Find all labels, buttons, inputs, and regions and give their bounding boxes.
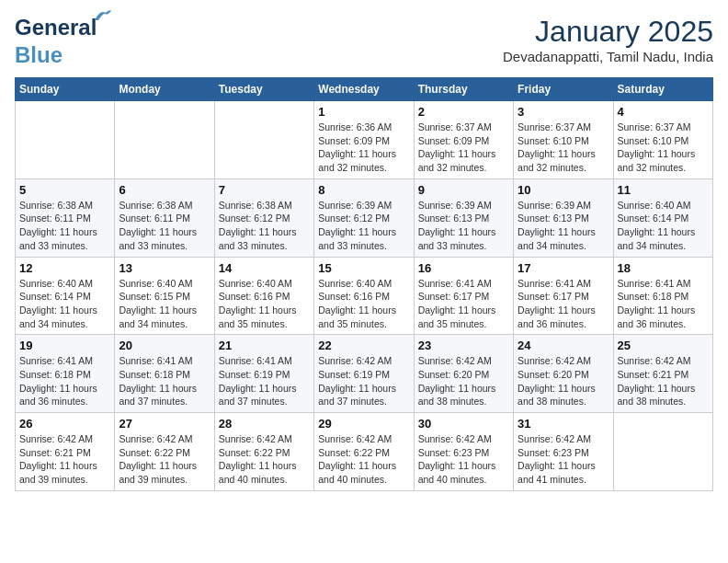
day-info: Sunrise: 6:41 AM Sunset: 6:18 PM Dayligh… — [119, 354, 210, 408]
calendar-cell: 25Sunrise: 6:42 AM Sunset: 6:21 PM Dayli… — [613, 335, 712, 413]
title-block: January 2025 Devadanappatti, Tamil Nadu,… — [503, 15, 713, 64]
day-number: 15 — [318, 261, 409, 275]
day-number: 25 — [618, 339, 709, 352]
calendar-cell: 14Sunrise: 6:40 AM Sunset: 6:16 PM Dayli… — [214, 257, 313, 335]
calendar-cell: 22Sunrise: 6:42 AM Sunset: 6:19 PM Dayli… — [314, 335, 414, 413]
day-number: 30 — [418, 417, 509, 431]
day-number: 9 — [418, 183, 509, 197]
calendar-cell: 31Sunrise: 6:42 AM Sunset: 6:23 PM Dayli… — [514, 413, 613, 491]
weekday-header-friday: Friday — [514, 78, 613, 101]
day-info: Sunrise: 6:42 AM Sunset: 6:23 PM Dayligh… — [518, 432, 609, 487]
day-number: 19 — [19, 339, 110, 352]
calendar-cell: 23Sunrise: 6:42 AM Sunset: 6:20 PM Dayli… — [414, 335, 513, 413]
calendar-cell: 19Sunrise: 6:41 AM Sunset: 6:18 PM Dayli… — [16, 335, 115, 413]
calendar-week-4: 19Sunrise: 6:41 AM Sunset: 6:18 PM Dayli… — [16, 335, 713, 413]
calendar-header-row: SundayMondayTuesdayWednesdayThursdayFrid… — [16, 78, 713, 101]
location: Devadanappatti, Tamil Nadu, India — [503, 49, 713, 64]
day-info: Sunrise: 6:40 AM Sunset: 6:15 PM Dayligh… — [119, 277, 210, 331]
day-info: Sunrise: 6:42 AM Sunset: 6:21 PM Dayligh… — [19, 432, 110, 487]
day-info: Sunrise: 6:41 AM Sunset: 6:17 PM Dayligh… — [418, 277, 509, 331]
calendar-cell: 15Sunrise: 6:40 AM Sunset: 6:16 PM Dayli… — [314, 257, 414, 335]
calendar-week-3: 12Sunrise: 6:40 AM Sunset: 6:14 PM Dayli… — [16, 257, 713, 335]
calendar-cell: 10Sunrise: 6:39 AM Sunset: 6:13 PM Dayli… — [514, 178, 613, 257]
calendar-cell: 24Sunrise: 6:42 AM Sunset: 6:20 PM Dayli… — [514, 335, 613, 413]
day-number: 12 — [19, 261, 110, 275]
month-title: January 2025 — [503, 15, 713, 49]
page-header: General Blue January 2025 Devadanappatti… — [15, 15, 713, 68]
calendar-cell: 21Sunrise: 6:41 AM Sunset: 6:19 PM Dayli… — [214, 335, 313, 413]
calendar-cell: 16Sunrise: 6:41 AM Sunset: 6:17 PM Dayli… — [414, 257, 513, 335]
weekday-header-thursday: Thursday — [414, 78, 513, 101]
calendar-cell: 4Sunrise: 6:37 AM Sunset: 6:10 PM Daylig… — [613, 101, 712, 179]
calendar-cell: 13Sunrise: 6:40 AM Sunset: 6:15 PM Dayli… — [115, 257, 214, 335]
calendar-cell: 26Sunrise: 6:42 AM Sunset: 6:21 PM Dayli… — [16, 413, 115, 491]
day-number: 18 — [618, 261, 709, 275]
day-info: Sunrise: 6:39 AM Sunset: 6:12 PM Dayligh… — [318, 199, 409, 253]
calendar-cell: 2Sunrise: 6:37 AM Sunset: 6:09 PM Daylig… — [414, 101, 513, 179]
day-number: 14 — [219, 261, 310, 275]
day-info: Sunrise: 6:42 AM Sunset: 6:23 PM Dayligh… — [418, 432, 509, 487]
day-number: 6 — [119, 183, 210, 197]
logo-bird-icon — [93, 7, 113, 24]
calendar-cell: 20Sunrise: 6:41 AM Sunset: 6:18 PM Dayli… — [115, 335, 214, 413]
calendar-cell: 28Sunrise: 6:42 AM Sunset: 6:22 PM Dayli… — [214, 413, 313, 491]
day-info: Sunrise: 6:38 AM Sunset: 6:11 PM Dayligh… — [19, 199, 110, 253]
day-info: Sunrise: 6:42 AM Sunset: 6:22 PM Dayligh… — [119, 432, 210, 487]
day-info: Sunrise: 6:40 AM Sunset: 6:14 PM Dayligh… — [19, 277, 110, 331]
day-info: Sunrise: 6:37 AM Sunset: 6:10 PM Dayligh… — [618, 121, 709, 175]
day-info: Sunrise: 6:38 AM Sunset: 6:11 PM Dayligh… — [119, 199, 210, 253]
day-info: Sunrise: 6:41 AM Sunset: 6:18 PM Dayligh… — [618, 277, 709, 331]
day-info: Sunrise: 6:42 AM Sunset: 6:22 PM Dayligh… — [219, 432, 310, 487]
calendar-cell: 7Sunrise: 6:38 AM Sunset: 6:12 PM Daylig… — [214, 178, 313, 257]
weekday-header-wednesday: Wednesday — [314, 78, 414, 101]
day-number: 28 — [219, 417, 310, 431]
calendar: SundayMondayTuesdayWednesdayThursdayFrid… — [15, 77, 713, 491]
day-info: Sunrise: 6:37 AM Sunset: 6:09 PM Dayligh… — [418, 121, 509, 175]
weekday-header-saturday: Saturday — [613, 78, 712, 101]
calendar-cell: 18Sunrise: 6:41 AM Sunset: 6:18 PM Dayli… — [613, 257, 712, 335]
weekday-header-sunday: Sunday — [16, 78, 115, 101]
day-number: 7 — [219, 183, 310, 197]
day-number: 31 — [518, 417, 609, 431]
day-info: Sunrise: 6:42 AM Sunset: 6:20 PM Dayligh… — [518, 354, 609, 408]
day-info: Sunrise: 6:42 AM Sunset: 6:21 PM Dayligh… — [618, 354, 709, 408]
day-number: 23 — [418, 339, 509, 352]
day-info: Sunrise: 6:42 AM Sunset: 6:22 PM Dayligh… — [318, 432, 409, 487]
calendar-cell: 12Sunrise: 6:40 AM Sunset: 6:14 PM Dayli… — [16, 257, 115, 335]
day-info: Sunrise: 6:36 AM Sunset: 6:09 PM Dayligh… — [318, 121, 409, 175]
calendar-week-2: 5Sunrise: 6:38 AM Sunset: 6:11 PM Daylig… — [16, 178, 713, 257]
day-number: 26 — [19, 417, 110, 431]
day-number: 8 — [318, 183, 409, 197]
day-number: 11 — [618, 183, 709, 197]
day-info: Sunrise: 6:37 AM Sunset: 6:10 PM Dayligh… — [518, 121, 609, 175]
calendar-cell: 9Sunrise: 6:39 AM Sunset: 6:13 PM Daylig… — [414, 178, 513, 257]
day-info: Sunrise: 6:40 AM Sunset: 6:16 PM Dayligh… — [318, 277, 409, 331]
weekday-header-monday: Monday — [115, 78, 214, 101]
calendar-cell — [16, 101, 115, 179]
day-info: Sunrise: 6:38 AM Sunset: 6:12 PM Dayligh… — [219, 199, 310, 253]
calendar-cell: 27Sunrise: 6:42 AM Sunset: 6:22 PM Dayli… — [115, 413, 214, 491]
day-number: 27 — [119, 417, 210, 431]
day-number: 5 — [19, 183, 110, 197]
day-info: Sunrise: 6:39 AM Sunset: 6:13 PM Dayligh… — [418, 199, 509, 253]
calendar-week-5: 26Sunrise: 6:42 AM Sunset: 6:21 PM Dayli… — [16, 413, 713, 491]
day-number: 1 — [318, 105, 409, 119]
day-number: 10 — [518, 183, 609, 197]
day-number: 21 — [219, 339, 310, 352]
calendar-cell: 3Sunrise: 6:37 AM Sunset: 6:10 PM Daylig… — [514, 101, 613, 179]
day-number: 24 — [518, 339, 609, 352]
day-info: Sunrise: 6:41 AM Sunset: 6:19 PM Dayligh… — [219, 354, 310, 408]
weekday-header-tuesday: Tuesday — [214, 78, 313, 101]
day-number: 3 — [518, 105, 609, 119]
day-number: 22 — [318, 339, 409, 352]
day-info: Sunrise: 6:41 AM Sunset: 6:18 PM Dayligh… — [19, 354, 110, 408]
logo: General Blue — [15, 15, 97, 68]
calendar-cell — [115, 101, 214, 179]
logo-blue: Blue — [15, 42, 63, 68]
day-number: 17 — [518, 261, 609, 275]
day-info: Sunrise: 6:41 AM Sunset: 6:17 PM Dayligh… — [518, 277, 609, 331]
day-info: Sunrise: 6:39 AM Sunset: 6:13 PM Dayligh… — [518, 199, 609, 253]
calendar-cell: 29Sunrise: 6:42 AM Sunset: 6:22 PM Dayli… — [314, 413, 414, 491]
day-number: 2 — [418, 105, 509, 119]
day-info: Sunrise: 6:40 AM Sunset: 6:14 PM Dayligh… — [618, 199, 709, 253]
